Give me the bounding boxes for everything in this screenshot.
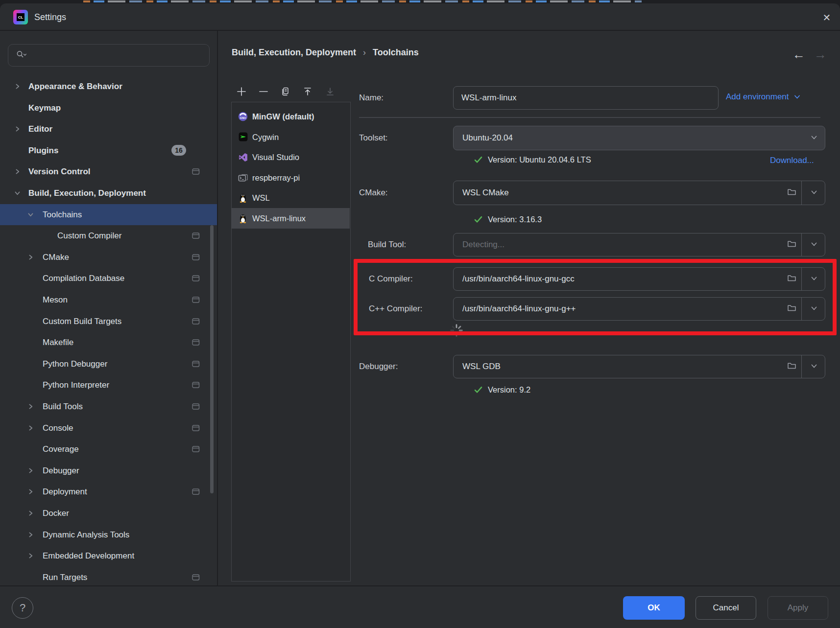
toolchain-name-input[interactable] <box>453 86 719 110</box>
sidebar-item-python-interpreter[interactable]: Python Interpreter <box>0 374 217 395</box>
chevron-down-icon[interactable] <box>810 240 818 249</box>
cmake-combo[interactable]: WSL CMake <box>453 181 825 205</box>
sidebar-item-build-tools[interactable]: Build Tools <box>0 396 217 417</box>
c-compiler-combo[interactable]: /usr/bin/aarch64-linux-gnu-gcc <box>453 267 825 291</box>
debugger-label: Debugger: <box>359 355 398 378</box>
toolchain-item-visual-studio[interactable]: Visual Studio <box>232 147 350 167</box>
sidebar-item-build-execution-deployment[interactable]: Build, Execution, Deployment <box>0 183 217 204</box>
folder-browse-icon[interactable] <box>787 304 796 314</box>
toolset-select[interactable]: Ubuntu-20.04 <box>453 126 825 150</box>
add-environment-link[interactable]: Add environment <box>726 92 801 102</box>
check-icon <box>474 215 483 224</box>
chevron-right-icon[interactable] <box>27 403 34 413</box>
sidebar-item-plugins[interactable]: Plugins16 <box>0 140 217 161</box>
shared-settings-icon <box>192 339 200 349</box>
chevron-down-icon[interactable] <box>810 362 818 371</box>
sidebar-item-label: Meson <box>43 289 68 310</box>
chevron-right-icon[interactable] <box>14 83 21 93</box>
chevron-down-icon[interactable] <box>810 275 818 283</box>
toolchain-item-cygwin[interactable]: Cygwin <box>232 127 350 147</box>
chevron-right-icon[interactable] <box>27 488 34 498</box>
folder-browse-icon[interactable] <box>787 362 796 372</box>
cpp-compiler-combo[interactable]: /usr/bin/aarch64-linux-gnu-g++ <box>453 297 825 321</box>
forward-arrow-icon: → <box>814 47 827 62</box>
sidebar-item-cmake[interactable]: CMake <box>0 247 217 268</box>
ok-button[interactable]: OK <box>623 596 685 620</box>
sidebar-item-python-debugger[interactable]: Python Debugger <box>0 353 217 374</box>
folder-browse-icon[interactable] <box>787 188 796 198</box>
copy-toolchain-button[interactable] <box>279 85 292 98</box>
sidebar-item-appearance-behavior[interactable]: Appearance & Behavior <box>0 76 217 97</box>
sidebar-item-keymap[interactable]: Keymap <box>0 97 217 118</box>
sidebar-item-label: Build, Execution, Deployment <box>28 183 146 204</box>
chevron-down-icon[interactable] <box>810 188 818 197</box>
breadcrumb: Build, Execution, Deployment › Toolchain… <box>232 47 419 58</box>
add-toolchain-button[interactable] <box>235 85 248 98</box>
cygwin-icon <box>238 132 248 142</box>
debugger-combo[interactable]: WSL GDB <box>453 355 825 378</box>
sidebar-scrollbar[interactable] <box>210 225 214 493</box>
toolchain-item-label: WSL <box>252 187 270 208</box>
cpp-compiler-value: /usr/bin/aarch64-linux-gnu-g++ <box>462 298 576 320</box>
c-compiler-label: C Compiler: <box>369 267 413 291</box>
chevron-down-icon[interactable] <box>27 211 34 221</box>
chevron-right-icon[interactable] <box>14 125 21 135</box>
back-arrow-icon[interactable]: ← <box>792 47 805 62</box>
chevron-right-icon[interactable] <box>27 531 34 541</box>
sidebar-item-run-targets[interactable]: Run Targets <box>0 567 217 585</box>
sidebar-item-debugger[interactable]: Debugger <box>0 460 217 481</box>
toolchain-item-wsl-arm-linux[interactable]: WSL-arm-linux <box>232 208 350 229</box>
chevron-down-icon[interactable] <box>14 189 21 199</box>
sidebar-item-embedded-development[interactable]: Embedded Development <box>0 545 217 566</box>
add-environment-label: Add environment <box>726 92 789 102</box>
sidebar-item-deployment[interactable]: Deployment <box>0 481 217 502</box>
sidebar-item-toolchains[interactable]: Toolchains <box>0 204 217 225</box>
sidebar-item-custom-build-targets[interactable]: Custom Build Targets <box>0 311 217 332</box>
close-icon[interactable]: ✕ <box>819 10 835 25</box>
sidebar-item-console[interactable]: Console <box>0 418 217 439</box>
sidebar-item-compilation-database[interactable]: Compilation Database <box>0 268 217 289</box>
sidebar-item-label: Embedded Development <box>43 545 134 566</box>
sidebar-item-makefile[interactable]: Makefile <box>0 332 217 353</box>
name-label: Name: <box>359 86 384 110</box>
toolchain-item-respberray-pi[interactable]: respberray-pi <box>232 167 350 188</box>
sidebar-item-version-control[interactable]: Version Control <box>0 161 217 182</box>
sidebar-item-label: Toolchains <box>43 204 82 225</box>
chevron-right-icon[interactable] <box>14 168 21 178</box>
sidebar-item-label: Appearance & Behavior <box>28 76 122 97</box>
chevron-right-icon[interactable] <box>27 467 34 477</box>
sidebar-tree: Appearance & BehaviorKeymapEditorPlugins… <box>0 30 217 585</box>
chevron-right-icon[interactable] <box>27 552 34 562</box>
sidebar-item-coverage[interactable]: Coverage <box>0 439 217 460</box>
toolset-version-text: Version: Ubuntu 20.04.6 LTS <box>488 155 591 164</box>
sidebar-item-custom-compiler[interactable]: Custom Compiler <box>0 225 217 246</box>
folder-browse-icon[interactable] <box>787 240 796 250</box>
chevron-down-icon[interactable] <box>810 304 818 313</box>
toolchain-item-mingw-default[interactable]: GNUMinGW (default) <box>232 106 350 127</box>
download-link[interactable]: Download... <box>770 156 814 165</box>
cancel-button[interactable]: Cancel <box>696 596 756 620</box>
move-up-icon[interactable] <box>301 85 314 98</box>
sidebar-item-dynamic-analysis-tools[interactable]: Dynamic Analysis Tools <box>0 524 217 545</box>
folder-browse-icon[interactable] <box>787 274 796 284</box>
toolset-version-row: Version: Ubuntu 20.04.6 LTS <box>474 155 591 164</box>
chevron-right-icon[interactable] <box>27 254 34 263</box>
chevron-right-icon[interactable] <box>27 510 34 519</box>
sidebar-item-meson[interactable]: Meson <box>0 289 217 310</box>
sidebar-item-editor[interactable]: Editor <box>0 118 217 140</box>
chevron-right-icon[interactable] <box>27 424 34 434</box>
build-tool-combo[interactable]: Detecting... <box>453 233 825 256</box>
remove-toolchain-button[interactable] <box>257 85 270 98</box>
sidebar-item-label: Coverage <box>43 439 79 460</box>
shared-settings-icon <box>192 424 200 434</box>
chevron-down-icon[interactable] <box>810 134 818 142</box>
cmake-version-text: Version: 3.16.3 <box>488 215 542 224</box>
sidebar-item-label: Debugger <box>43 460 79 481</box>
sidebar-item-label: Console <box>43 418 73 439</box>
sidebar-item-label: Run Targets <box>43 567 87 585</box>
combo-divider <box>801 298 802 320</box>
help-icon[interactable]: ? <box>12 597 33 619</box>
toolchain-item-wsl[interactable]: WSL <box>232 187 350 208</box>
sidebar-item-docker[interactable]: Docker <box>0 503 217 524</box>
breadcrumb-section[interactable]: Build, Execution, Deployment <box>232 47 356 58</box>
